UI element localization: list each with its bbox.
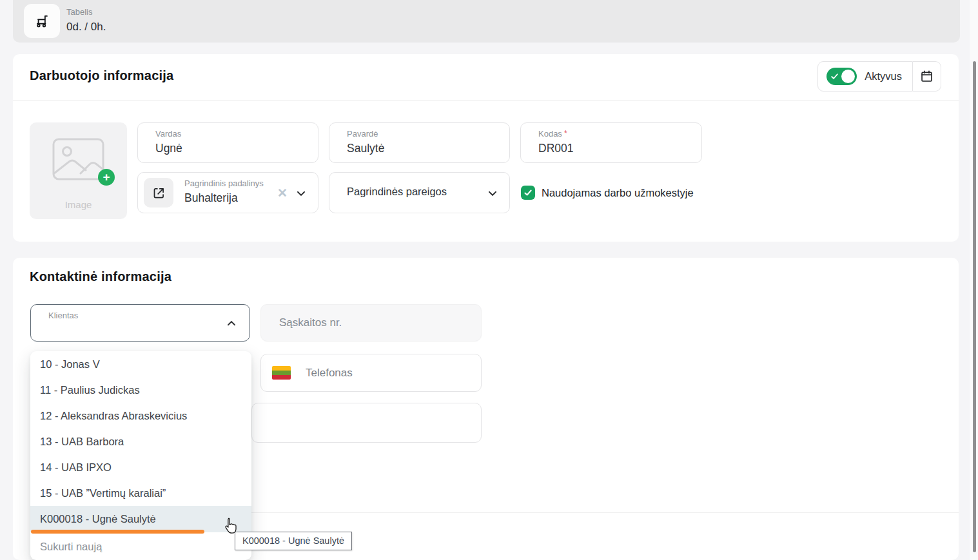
contact-section-title: Kontaktinė informacija xyxy=(30,269,171,284)
dropdown-option[interactable]: 14 - UAB IPXO xyxy=(30,454,251,480)
employee-image-upload[interactable]: + Image xyxy=(30,122,127,219)
klientas-combobox[interactable]: Klientas xyxy=(30,304,250,342)
lithuania-flag-icon xyxy=(272,366,291,380)
calendar-icon xyxy=(920,70,934,83)
saskaitos-placeholder: Sąskaitos nr. xyxy=(279,316,342,329)
padalinys-value: Buhalterija xyxy=(184,191,238,205)
padalinys-label: Pagrindinis padalinys xyxy=(184,179,264,188)
contact-divider xyxy=(251,512,959,513)
check-icon xyxy=(523,188,533,197)
saskaitos-input[interactable]: Sąskaitos nr. xyxy=(260,304,482,342)
pareigos-placeholder: Pagrindinės pareigos xyxy=(347,186,447,198)
pavarde-field[interactable]: Pavardė Saulytė xyxy=(329,122,510,163)
topbar: Tabelis 0d. / 0h. xyxy=(13,0,960,43)
chevron-up-icon[interactable] xyxy=(225,317,238,330)
vardas-field[interactable]: Vardas Ugnė xyxy=(137,122,318,163)
clear-icon[interactable]: ✕ xyxy=(277,186,288,200)
calendar-button[interactable] xyxy=(913,61,941,92)
pavarde-value: Saulytė xyxy=(347,142,384,155)
page: Tabelis 0d. / 0h. Darbuotojo informacija… xyxy=(0,0,978,560)
open-padalinys-button[interactable] xyxy=(144,178,173,208)
dropdown-option[interactable]: 13 - UAB Barbora xyxy=(30,429,251,454)
dropdown-option[interactable]: 10 - Jonas V xyxy=(30,351,251,377)
create-new-option[interactable]: Sukurti naują xyxy=(30,532,251,560)
check-icon xyxy=(830,72,839,81)
cart-icon xyxy=(34,13,50,30)
topbar-hours-value: 0d. / 0h. xyxy=(66,21,106,34)
topbar-title: Tabelis xyxy=(66,7,92,17)
employee-section-title: Darbuotojo informacija xyxy=(30,68,173,83)
klientas-dropdown: 10 - Jonas V 11 - Paulius Judickas 12 - … xyxy=(30,351,251,560)
dropdown-option[interactable]: 15 - UAB ”Vertimų karaliai” xyxy=(30,480,251,506)
kodas-field[interactable]: Kodas* DR001 xyxy=(520,122,702,163)
payroll-checkbox[interactable] xyxy=(521,186,535,200)
padalinys-field[interactable]: Pagrindinis padalinys Buhalterija ✕ xyxy=(137,172,318,213)
pareigos-select[interactable]: Pagrindinės pareigos xyxy=(329,172,510,213)
section-divider xyxy=(13,100,959,101)
required-asterisk: * xyxy=(564,129,567,138)
scrollbar-thumb[interactable] xyxy=(973,61,976,552)
active-toggle-group: Aktyvus xyxy=(817,61,941,92)
image-label: Image xyxy=(30,199,127,210)
loading-progress-bar xyxy=(31,530,204,534)
active-toggle[interactable] xyxy=(826,68,857,85)
pavarde-label: Pavardė xyxy=(347,129,378,139)
active-toggle-segment: Aktyvus xyxy=(817,61,913,92)
tabelis-button[interactable] xyxy=(24,4,60,38)
scrollbar-track[interactable] xyxy=(970,0,978,560)
empty-contact-field[interactable] xyxy=(251,403,482,443)
telefonas-placeholder: Telefonas xyxy=(306,367,353,380)
klientas-label: Klientas xyxy=(48,311,78,320)
external-link-icon xyxy=(152,186,166,200)
kodas-label: Kodas* xyxy=(538,129,567,139)
kodas-value: DR001 xyxy=(538,142,573,155)
hover-tooltip: K000018 - Ugnė Saulytė xyxy=(235,532,352,550)
dropdown-option[interactable]: 11 - Paulius Judickas xyxy=(30,377,251,403)
chevron-down-icon[interactable] xyxy=(486,187,499,200)
active-toggle-label: Aktyvus xyxy=(865,70,902,82)
payroll-checkbox-label: Naudojamas darbo užmokestyje xyxy=(542,186,694,200)
image-placeholder-icon xyxy=(52,138,104,180)
dropdown-option[interactable]: 12 - Aleksandras Abraskevicius xyxy=(30,403,251,429)
vardas-label: Vardas xyxy=(155,129,181,139)
telefonas-input[interactable]: Telefonas xyxy=(260,354,482,392)
toggle-knob xyxy=(841,70,855,83)
add-image-icon[interactable]: + xyxy=(98,169,115,186)
hand-cursor-icon xyxy=(223,517,239,535)
vardas-value: Ugnė xyxy=(155,142,182,155)
dropdown-option-highlighted[interactable]: K000018 - Ugnė Saulytė xyxy=(30,506,251,532)
chevron-down-icon[interactable] xyxy=(295,187,308,200)
